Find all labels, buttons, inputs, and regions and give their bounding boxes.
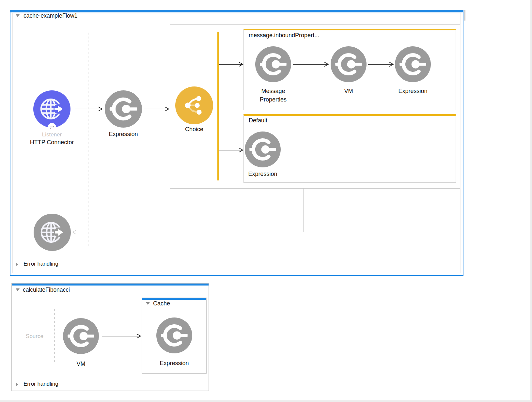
collapse-triangle-icon[interactable] bbox=[16, 288, 20, 291]
flow-arrow bbox=[102, 333, 141, 339]
expression-component-icon bbox=[255, 46, 291, 82]
flow-arrow bbox=[368, 62, 394, 67]
message-properties-label: Message Properties bbox=[254, 87, 293, 104]
source-separator-line bbox=[88, 33, 88, 246]
expression-component-icon bbox=[105, 90, 142, 128]
choice-label: Choice bbox=[171, 125, 217, 133]
expression-node[interactable] bbox=[395, 46, 431, 82]
flow-editor-canvas[interactable]: cache-exampleFlow1 ⇌ Listener HTTP Conne… bbox=[0, 0, 532, 402]
cache-top-bar bbox=[142, 298, 206, 300]
choice-router-node[interactable] bbox=[175, 86, 213, 124]
error-handling-label: Error handling bbox=[23, 261, 58, 267]
return-connection-vertical bbox=[303, 189, 304, 232]
collapse-triangle-icon[interactable] bbox=[146, 302, 150, 305]
expand-triangle-icon[interactable] bbox=[16, 382, 18, 386]
bottom-scrollbar-track[interactable] bbox=[0, 400, 532, 402]
branch-arrow bbox=[219, 147, 243, 153]
http-response-node[interactable] bbox=[34, 214, 71, 251]
expression-label: Expression bbox=[240, 170, 286, 178]
branch-arrow bbox=[219, 62, 243, 67]
return-arrowhead bbox=[72, 229, 77, 235]
http-listener-node[interactable] bbox=[33, 90, 70, 128]
return-connection-horizontal bbox=[76, 232, 304, 232]
http-connector-label: HTTP Connector bbox=[19, 138, 85, 147]
default-branch-label: Default bbox=[249, 117, 267, 124]
flow-selection-bar bbox=[10, 10, 463, 12]
globe-arrow-icon bbox=[34, 214, 71, 251]
expression-label: Expression bbox=[151, 359, 197, 367]
expression-node[interactable] bbox=[105, 90, 142, 128]
message-properties-node[interactable] bbox=[255, 46, 291, 82]
cache-title: Cache bbox=[153, 300, 170, 307]
source-placeholder-label: Source bbox=[20, 332, 49, 341]
scrollbar-thumb[interactable] bbox=[464, 10, 465, 21]
vm-label: VM bbox=[326, 87, 371, 95]
expression-component-icon bbox=[245, 131, 281, 167]
expand-triangle-icon[interactable] bbox=[16, 262, 18, 266]
right-scrollbar-track[interactable] bbox=[530, 0, 532, 402]
expression-node[interactable] bbox=[245, 131, 281, 167]
globe-arrow-icon bbox=[33, 90, 70, 128]
error-handling-label: Error handling bbox=[23, 381, 58, 387]
vm-node[interactable] bbox=[331, 46, 367, 82]
vm-label: VM bbox=[58, 360, 104, 368]
expression-component-icon bbox=[331, 46, 367, 82]
expression-component-icon bbox=[63, 318, 99, 354]
expression-component-icon bbox=[395, 46, 431, 82]
flow-top-bar bbox=[12, 284, 209, 286]
flow-arrow bbox=[144, 106, 169, 112]
choice-router-icon bbox=[175, 86, 213, 124]
flow1-title: cache-exampleFlow1 bbox=[23, 12, 77, 19]
flow-arrow bbox=[293, 62, 329, 67]
flow2-title: calculateFibonacci bbox=[23, 286, 70, 293]
branch-condition-label: message.inboundPropert... bbox=[249, 32, 319, 39]
expression-label: Expression bbox=[101, 130, 146, 138]
expression-label: Expression bbox=[390, 87, 436, 95]
choice-router-bar bbox=[217, 32, 219, 180]
expression-component-icon bbox=[156, 317, 192, 353]
source-separator-line bbox=[54, 309, 55, 363]
flow-arrow bbox=[75, 106, 102, 112]
collapse-triangle-icon[interactable] bbox=[16, 14, 20, 17]
expression-node[interactable] bbox=[156, 317, 192, 353]
vm-node[interactable] bbox=[63, 318, 99, 354]
